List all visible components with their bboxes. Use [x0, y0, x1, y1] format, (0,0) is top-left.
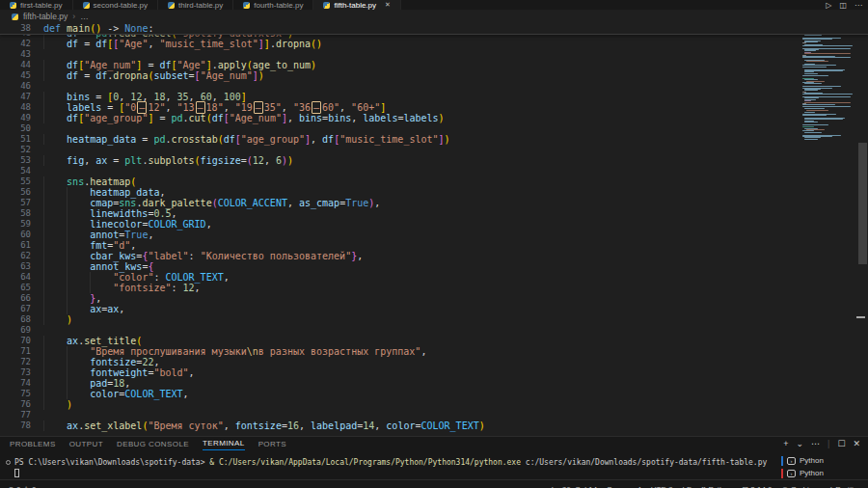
- code-text: labels = ["0–12", "13–18", "19–35", "36–…: [31, 102, 386, 113]
- tab-fifth-table.py[interactable]: fifth-table.py✕: [313, 0, 400, 10]
- line-number: 59: [0, 219, 31, 230]
- line-number: 51: [0, 134, 31, 145]
- new-terminal-icon[interactable]: +: [783, 439, 788, 448]
- line-number: 73: [0, 367, 31, 378]
- sticky-scroll-line[interactable]: 38def main() -> None:: [0, 23, 868, 35]
- python-file-icon: [243, 2, 250, 9]
- python-file-icon: [83, 2, 90, 9]
- breadcrumb-symbol[interactable]: …: [80, 12, 89, 21]
- code-text: def main() -> None:: [31, 23, 153, 34]
- status-right-items: Ln 86, Col 14Spaces: 4UTF-8LF{} Python⊞ …: [552, 485, 860, 488]
- tab-label: third-table.py: [178, 1, 223, 10]
- code-line: 69: [0, 325, 868, 336]
- panel-tab-debug-console[interactable]: DEBUG CONSOLE: [117, 440, 189, 450]
- panel-tab-bar: PROBLEMSOUTPUTDEBUG CONSOLETERMINALPORTS: [0, 437, 868, 452]
- code-text: df["age_group"] = pd.cut(df["Age_num"], …: [31, 113, 445, 123]
- tab-label: fourth-table.py: [254, 1, 303, 10]
- tab-third-table.py[interactable]: third-table.py: [158, 0, 233, 10]
- close-panel-icon[interactable]: ✕: [853, 439, 860, 448]
- code-text: df["Age_num"] = df["Age"].apply(age_to_n…: [31, 60, 316, 70]
- code-text: [31, 123, 43, 134]
- code-line: 59 linecolor=COLOR_GRID,: [0, 219, 868, 230]
- code-text: ax.set_xlabel("Время суток", fontsize=16…: [31, 420, 485, 431]
- code-text: df = df.dropna(subset=["Age_num"]): [31, 70, 264, 81]
- panel-tab-ports[interactable]: PORTS: [258, 440, 286, 450]
- code-line: 44 df["Age_num"] = df["Age"].apply(age_t…: [0, 60, 868, 70]
- line-number: 72: [0, 357, 31, 367]
- terminal-profile-dropdown[interactable]: ⌄: [796, 439, 803, 448]
- code-line: 66 },: [0, 293, 868, 304]
- code-line: 78 ax.set_xlabel("Время суток", fontsize…: [0, 420, 868, 431]
- code-area[interactable]: 42 df = df[["Age", "music_time_slot"]].d…: [0, 39, 868, 431]
- tab-second-table.py[interactable]: second-table.py: [73, 0, 158, 10]
- more-actions-icon[interactable]: ⋯: [811, 439, 820, 448]
- python-file-icon: [10, 2, 16, 9]
- split-editor-icon[interactable]: ◫: [839, 1, 847, 10]
- status-item[interactable]: ✓ Prettier: [827, 485, 860, 488]
- status-item[interactable]: UTF-8: [651, 485, 673, 488]
- minimap[interactable]: [799, 25, 854, 143]
- breadcrumb: fifth-table.py › …: [0, 10, 868, 23]
- code-text: pad=18,: [31, 378, 130, 389]
- editor-scrollbar[interactable]: [858, 23, 867, 436]
- code-line: 43: [0, 49, 868, 60]
- code-text: },: [31, 293, 101, 304]
- code-text: fontweight="bold",: [31, 367, 195, 378]
- panel-tab-output[interactable]: OUTPUT: [69, 440, 103, 450]
- more-icon[interactable]: ⋯: [854, 1, 862, 10]
- maximize-panel-icon[interactable]: ☐: [837, 439, 845, 448]
- code-text: "color": COLOR_TEXT,: [31, 272, 230, 283]
- code-text: fig, ax = plt.subplots(figsize=(12, 6)): [31, 155, 293, 166]
- status-item[interactable]: Spaces: 4: [607, 485, 641, 488]
- problems-status[interactable]: ⊗ 0 ⚠ 0: [8, 485, 36, 488]
- code-text: cbar_kws={"label": "Количество пользоват…: [31, 251, 363, 261]
- breadcrumb-file[interactable]: fifth-table.py: [23, 12, 68, 21]
- code-text: color=COLOR_TEXT,: [31, 389, 189, 399]
- terminal-list: ›Python›Python: [781, 454, 864, 479]
- code-line: 64 "color": COLOR_TEXT,: [0, 272, 868, 283]
- terminal-icon: ›: [787, 470, 796, 477]
- terminal-label: Python: [800, 469, 824, 477]
- code-text: sns.heatmap(: [31, 176, 136, 187]
- line-number: 63: [0, 261, 31, 272]
- line-number: 49: [0, 113, 31, 123]
- line-number: 78: [0, 420, 31, 431]
- line-number: 74: [0, 378, 31, 389]
- code-line: 60 annot=True,: [0, 230, 868, 240]
- panel-actions: +⌄⋯|☐✕: [783, 439, 860, 448]
- code-line: 42 df = df[["Age", "music_time_slot"]].d…: [0, 39, 868, 49]
- terminal-list-item[interactable]: ›Python: [781, 467, 864, 479]
- command-decoration-icon[interactable]: [6, 460, 11, 465]
- editor[interactable]: 38def main() -> None: 41 df = pd.read_ex…: [0, 23, 868, 436]
- scrollbar-handle[interactable]: [858, 143, 867, 264]
- status-bar: ⊗ 0 ⚠ 0 Ln 86, Col 14Spaces: 4UTF-8LF{} …: [0, 479, 868, 488]
- panel-tab-problems[interactable]: PROBLEMS: [10, 440, 56, 450]
- status-item[interactable]: ◉ Go Live: [782, 485, 818, 488]
- code-text: ): [31, 314, 72, 325]
- line-number: 58: [0, 208, 31, 219]
- tab-first-table.py[interactable]: first-table.py: [0, 0, 73, 10]
- line-number: 55: [0, 176, 31, 187]
- python-file-icon: [323, 2, 330, 9]
- code-line: 70 ax.set_title(: [0, 336, 868, 346]
- close-icon[interactable]: ✕: [385, 1, 391, 9]
- terminal-list-item[interactable]: ›Python: [781, 454, 864, 467]
- line-number: 67: [0, 304, 31, 314]
- tab-bar: first-table.pysecond-table.pythird-table…: [0, 0, 868, 10]
- line-number: 65: [0, 283, 31, 293]
- code-line: 63 annot_kws={: [0, 261, 868, 272]
- run-icon[interactable]: ▷: [826, 1, 831, 10]
- terminal[interactable]: PS C:\Users\vikan\Downloads\spotify-data…: [0, 452, 868, 479]
- line-number: 50: [0, 123, 31, 134]
- python-file-icon: [168, 2, 175, 9]
- panel-tab-terminal[interactable]: TERMINAL: [203, 439, 245, 450]
- status-item[interactable]: ⊞ 3.14.0: [742, 485, 772, 488]
- status-item[interactable]: LF: [683, 485, 692, 488]
- status-item[interactable]: {} Python: [701, 485, 732, 488]
- code-line: 45 df = df.dropna(subset=["Age_num"]): [0, 70, 868, 81]
- tab-fourth-table.py[interactable]: fourth-table.py: [233, 0, 313, 10]
- code-line: 48 labels = ["0–12", "13–18", "19–35", "…: [0, 102, 868, 113]
- code-text: [31, 166, 43, 176]
- status-item[interactable]: Ln 86, Col 14: [552, 485, 598, 488]
- code-line: 58 linewidths=0.5,: [0, 208, 868, 219]
